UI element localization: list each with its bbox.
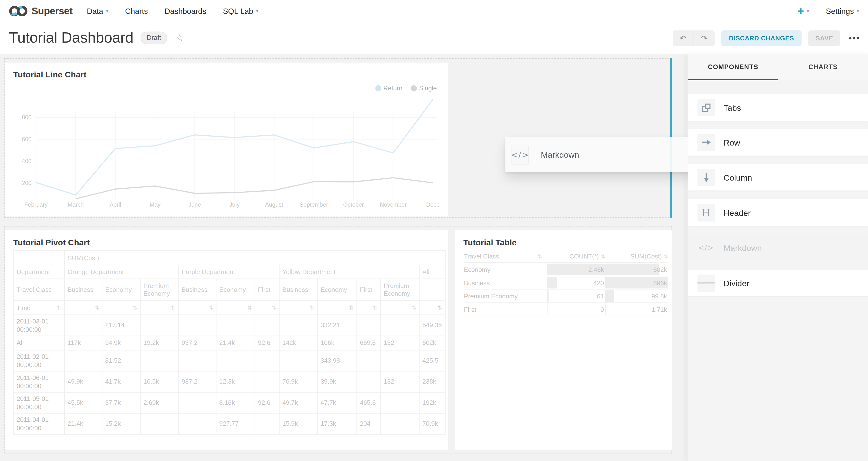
dashboard-canvas: Tutorial Line Chart ReturnSingle 2004006… [0,54,687,461]
pivot-value-cell: 204 [357,413,380,434]
pivot-value-cell: 47.7k [317,392,357,413]
drag-ghost-markdown[interactable]: </> Markdown [505,137,687,172]
sort-icon[interactable]: ⇅ [373,305,377,311]
pivot-row-label: 2011-03-01 00:00:00 [13,315,64,336]
pivot-column-header: Business [179,278,216,300]
nav-right: + ▾ Settings ▾ [798,5,859,17]
nav-item-dashboards[interactable]: Dashboards [164,7,206,16]
pivot-chart-card[interactable]: Tutorial Pivot Chart SUM(Cost)Department… [5,230,448,450]
cell-count: 61 [547,290,605,302]
panel-item-header[interactable]: HHeader [688,199,868,226]
drag-ghost-label: Markdown [541,150,579,159]
page-title[interactable]: Tutorial Dashboard [9,29,133,47]
panel-item-markdown[interactable]: </>Markdown [688,234,868,261]
ellipsis-menu-icon[interactable] [849,37,859,39]
cell-travel-class: Economy [464,263,547,276]
panel-tabs: COMPONENTSCHARTS [688,54,868,80]
pivot-value-cell: 132 [380,371,419,392]
line-chart-card[interactable]: Tutorial Line Chart ReturnSingle 2004006… [5,63,448,216]
pivot-value-cell: 465.6 [357,392,380,413]
value-bar [547,277,557,288]
header-icon: H [698,204,715,221]
favorite-star-icon[interactable]: ☆ [176,32,184,44]
column-header-count[interactable]: COUNT(*) ⇅ [547,253,605,260]
tabs-icon [698,99,715,116]
markdown-code-icon: </> [698,239,715,256]
new-item-button[interactable]: + ▾ [798,5,809,17]
sort-icon[interactable]: ⇅ [57,305,61,311]
chart-title: Tutorial Pivot Chart [13,238,90,247]
pivot-value-cell: 92.6 [255,336,279,350]
nav-item-sql-lab[interactable]: SQL Lab▾ [223,7,258,16]
settings-menu[interactable]: Settings ▾ [826,7,859,16]
divider-icon [698,274,715,291]
pivot-row: 2011-06-01 00:00:0049.9k41.7k16.5k937.21… [13,371,445,392]
pivot-sort-cell: ⇅ [279,300,317,315]
discard-changes-button[interactable]: DISCARD CHANGES [721,30,802,46]
pivot-value-cell: 15.2k [102,413,141,434]
pivot-table: SUM(Cost)DepartmentOrange DepartmentPurp… [13,250,446,435]
column-label: SUM(Cost) [630,253,662,260]
table-row: Business420696k [464,276,668,290]
header-actions: ↶ ↷ DISCARD CHANGES SAVE [672,30,859,46]
table-row: Economy2.46k602k [464,263,668,277]
pivot-value-cell [380,413,419,434]
panel-item-row[interactable]: Row [688,129,868,156]
pivot-value-cell [357,350,380,371]
cell-sum: 99.8k [605,290,668,302]
save-button[interactable]: SAVE [808,30,840,46]
tab-components[interactable]: COMPONENTS [688,54,778,80]
pivot-value-cell: 94.9k [102,336,141,350]
pivot-value-cell [255,350,279,371]
cell-travel-class: Business [464,276,547,289]
brand-name: Superset [32,5,72,17]
sort-icon[interactable]: ⇅ [133,305,137,311]
sort-icon[interactable]: ⇅ [310,305,314,311]
column-arrow-icon [698,169,715,186]
svg-text:March: March [68,201,84,208]
sort-icon[interactable]: ⇅ [412,305,416,311]
sort-icon[interactable]: ⇅ [349,305,354,311]
column-header-sum-cost[interactable]: SUM(Cost) ⇅ [605,253,668,260]
sort-icon[interactable]: ⇅ [247,305,252,311]
tab-charts[interactable]: CHARTS [778,54,868,80]
panel-item-tabs[interactable]: Tabs [688,94,868,121]
chart-title: Tutorial Table [463,238,517,247]
sort-icon[interactable]: ⇅ [663,253,668,259]
svg-text:September: September [300,201,328,208]
undo-button[interactable]: ↶ [672,30,693,46]
pivot-value-cell [255,371,279,392]
redo-button[interactable]: ↷ [693,30,714,46]
table-chart-card[interactable]: Tutorial Table Travel Class ⇅ COUNT(*) ⇅… [455,230,672,450]
column-header-travel-class[interactable]: Travel Class ⇅ [464,253,547,260]
sort-icon[interactable]: ⇅ [438,305,442,311]
pivot-row: 2011-02-01 00:00:0081.52343.98425.5 [13,350,445,371]
pivot-sort-cell: ⇅ [317,300,357,315]
pivot-value-cell: 12.3k [216,371,255,392]
pivot-value-cell: 937.2 [179,336,216,350]
pivot-value-cell [357,371,380,392]
panel-item-label: Tabs [723,103,741,112]
pivot-row-label: 2011-06-01 00:00:00 [13,371,64,392]
sort-icon[interactable]: ⇅ [94,305,99,311]
nav-item-data[interactable]: Data▾ [87,7,108,16]
svg-text:July: July [229,201,240,208]
sort-icon[interactable]: ⇅ [538,253,542,259]
nav-item-charts[interactable]: Charts [125,7,148,16]
panel-item-divider[interactable]: Divider [688,270,868,296]
panel-item-column[interactable]: Column [688,164,868,190]
superset-logo[interactable]: Superset [9,4,72,18]
sort-icon[interactable]: ⇅ [209,305,213,311]
plus-icon: + [798,5,804,17]
pivot-value-cell: 21.4k [216,336,255,350]
pivot-sort-cell: ⇅ [102,300,141,315]
pivot-value-cell: 70.9k [419,413,445,434]
nav-menu: Data▾ChartsDashboardsSQL Lab▾ [87,7,258,16]
markdown-code-icon: </> [512,145,529,164]
sort-icon[interactable]: ⇅ [171,305,176,311]
sort-icon[interactable]: ⇅ [600,253,605,259]
pivot-sort-cell: ⇅ [179,300,216,315]
sort-icon[interactable]: ⇅ [272,305,276,311]
pivot-row: 2011-05-01 00:00:0045.5k37.7k2.69k8.16k9… [13,392,445,413]
table-row: Premium Economy6199.8k [464,290,668,303]
